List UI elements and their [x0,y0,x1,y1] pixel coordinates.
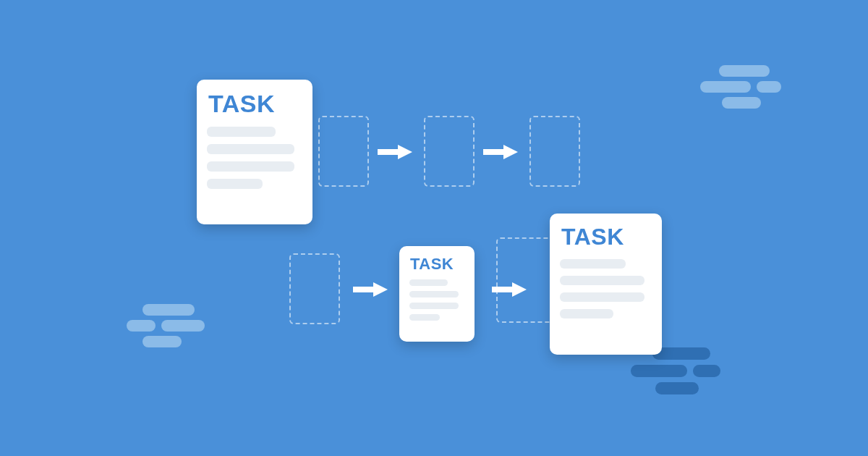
text-placeholder-line [409,303,459,309]
arrow-right-icon [483,143,518,161]
cloud-decoration [700,65,787,109]
task-card-large: TASK [550,214,662,355]
text-placeholder-line [560,309,613,318]
task-slot [424,116,475,187]
task-slot [318,116,369,187]
text-placeholder-line [207,144,294,154]
arrow-right-icon [353,281,388,298]
task-slot [289,253,340,324]
cloud-decoration [127,304,213,347]
text-placeholder-line [409,291,459,297]
task-card-title: TASK [410,255,464,274]
text-placeholder-line [560,259,626,269]
text-placeholder-line [409,314,440,321]
text-placeholder-line [207,179,263,189]
task-card-title: TASK [561,224,652,250]
task-card-large: TASK [197,80,312,224]
text-placeholder-line [207,127,276,137]
arrow-right-icon [378,143,412,161]
task-card-title: TASK [208,90,302,118]
task-slot [496,237,557,323]
arrow-right-icon [492,281,527,298]
text-placeholder-line [560,276,644,285]
text-placeholder-line [207,161,294,172]
task-card-medium: TASK [399,246,475,342]
text-placeholder-line [560,292,644,302]
text-placeholder-line [409,279,448,286]
task-slot [529,116,580,187]
